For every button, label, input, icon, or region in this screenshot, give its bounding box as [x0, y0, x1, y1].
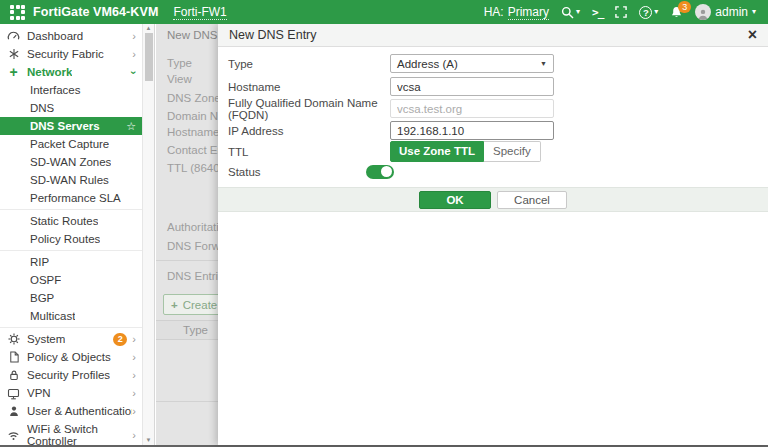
new-dns-entry-modal: New DNS Entry × Type Address (A) ▼ Hostn… [218, 24, 768, 445]
sidebar-item-security-fabric[interactable]: Security Fabric › [0, 45, 142, 63]
sidebar-item-vpn[interactable]: VPN › [0, 384, 142, 402]
ip-address-input[interactable] [390, 121, 554, 140]
ok-button[interactable]: OK [419, 191, 491, 209]
sidebar-item-system[interactable]: System 2 › [0, 330, 142, 348]
hostname-link[interactable]: Forti-FW1 [173, 5, 226, 20]
use-zone-ttl-button[interactable]: Use Zone TTL [390, 141, 484, 163]
network-plus-icon: + [7, 64, 20, 80]
sidebar-item-policy-objects[interactable]: Policy & Objects › [0, 348, 142, 366]
sidebar-item-label: Policy & Objects [27, 351, 111, 363]
wifi-icon [7, 429, 20, 442]
toggle-knob [381, 166, 392, 177]
sidebar-item-label: BGP [30, 292, 54, 304]
status-label: Status [228, 166, 366, 178]
sidebar-item-label: WiFi & Switch Controller [27, 423, 113, 447]
sidebar-item-user-authentication[interactable]: User & Authentication › [0, 402, 142, 420]
ha-status[interactable]: HA: Primary [484, 5, 549, 20]
sidebar-item-dns[interactable]: DNS [0, 99, 142, 117]
person-icon [7, 405, 20, 417]
product-title: FortiGate VM64-KVM [33, 5, 158, 19]
ttl-row: TTL Use Zone TTL Specify [228, 142, 754, 161]
sidebar-item-static-routes[interactable]: Static Routes [0, 212, 142, 230]
bg-label-view: View [167, 73, 192, 85]
sidebar-item-multicast[interactable]: Multicast [0, 307, 142, 325]
sidebar-item-label: Multicast [30, 310, 75, 322]
sidebar-item-dashboard[interactable]: Dashboard › [0, 27, 142, 45]
sidebar-item-bgp[interactable]: BGP [0, 289, 142, 307]
divider [0, 250, 142, 251]
cancel-button[interactable]: Cancel [497, 191, 567, 209]
sidebar-item-packet-capture[interactable]: Packet Capture [0, 135, 142, 153]
sidebar-item-policy-routes[interactable]: Policy Routes [0, 230, 142, 248]
chevron-right-icon: › [132, 430, 136, 441]
notification-count-badge: 3 [678, 1, 691, 13]
sidebar-item-label: System [27, 333, 65, 345]
sidebar-item-interfaces[interactable]: Interfaces [0, 81, 142, 99]
sidebar-item-rip[interactable]: RIP [0, 253, 142, 271]
sidebar-item-label: Security Fabric [27, 48, 104, 60]
top-navbar: FortiGate VM64-KVM Forti-FW1 HA: Primary… [0, 0, 768, 24]
caret-down-icon: ▾ [576, 8, 580, 16]
bg-label-contact-email: Contact Email [167, 144, 218, 156]
document-icon [7, 351, 20, 363]
status-toggle[interactable] [366, 165, 394, 179]
modal-title: New DNS Entry [229, 28, 317, 42]
topbar-actions: HA: Primary ▾ >_ ? ▾ 3 admin ▾ [484, 4, 768, 20]
hostname-label: Hostname [228, 81, 390, 93]
sidebar-item-label: Performance SLA [30, 192, 121, 204]
caret-down-icon: ▾ [752, 8, 756, 16]
sidebar-item-label: RIP [30, 256, 49, 268]
fqdn-row: Fully Qualified Domain Name (FQDN) [228, 99, 754, 118]
chevron-right-icon: › [132, 49, 136, 60]
divider [0, 327, 142, 328]
scroll-up-icon[interactable]: ▲ [143, 25, 154, 31]
sidebar-item-label: SD-WAN Rules [30, 174, 109, 186]
bg-label-type: Type [167, 57, 192, 69]
scrollbar-thumb[interactable] [145, 33, 153, 81]
sidebar-item-sdwan-rules[interactable]: SD-WAN Rules [0, 171, 142, 189]
ip-address-row: IP Address [228, 121, 754, 140]
search-button[interactable]: ▾ [561, 6, 580, 19]
sidebar-item-performance-sla[interactable]: Performance SLA [0, 189, 142, 207]
create-new-button[interactable]: + Create Ne [163, 294, 218, 315]
close-icon[interactable]: × [748, 27, 757, 43]
dns-entries-table-header: Type [156, 320, 218, 340]
help-button[interactable]: ? ▾ [639, 6, 658, 19]
sidebar-item-wifi-switch-controller[interactable]: WiFi & Switch Controller › [0, 420, 142, 447]
user-icon [697, 8, 709, 20]
fortinet-logo-icon [10, 5, 25, 20]
sidebar-item-security-profiles[interactable]: Security Profiles › [0, 366, 142, 384]
sidebar-item-ospf[interactable]: OSPF [0, 271, 142, 289]
sidebar-item-dns-servers[interactable]: DNS Servers ☆ [0, 117, 142, 135]
sidebar-item-label: DNS Servers [30, 120, 100, 132]
fqdn-label: Fully Qualified Domain Name (FQDN) [228, 97, 390, 121]
fullscreen-button[interactable] [615, 6, 627, 18]
chevron-down-icon: › [129, 70, 140, 74]
lock-icon [7, 369, 20, 381]
sidebar-item-label: Policy Routes [30, 233, 100, 245]
sidebar-item-label: User & Authentication [27, 405, 132, 417]
divider [0, 209, 142, 210]
sidebar-item-network[interactable]: + Network › [0, 63, 142, 81]
sidebar-item-label: VPN [27, 387, 51, 399]
ttl-segmented-control: Use Zone TTL Specify [390, 141, 541, 163]
type-dropdown[interactable]: Address (A) ▼ [390, 54, 554, 73]
user-menu[interactable]: admin ▾ [695, 4, 756, 20]
sidebar-item-label: Packet Capture [30, 138, 109, 150]
bg-label-authoritative: Authoritative [167, 221, 218, 233]
gauge-icon [7, 30, 20, 43]
hostname-input[interactable] [390, 77, 554, 96]
bg-label-ttl: TTL (86400 sec [167, 162, 218, 174]
sidebar-item-sdwan-zones[interactable]: SD-WAN Zones [0, 153, 142, 171]
specify-ttl-button[interactable]: Specify [484, 141, 541, 163]
chevron-right-icon: › [132, 388, 136, 399]
favorite-star-icon[interactable]: ☆ [126, 120, 136, 133]
cli-console-button[interactable]: >_ [592, 6, 603, 19]
scroll-down-icon[interactable]: ▼ [143, 437, 154, 443]
system-alert-badge: 2 [113, 333, 127, 346]
sidebar-scrollbar[interactable]: ▲ ▼ [142, 24, 155, 445]
notifications-button[interactable]: 3 [670, 6, 683, 19]
bg-label-hostname: Hostname of P [167, 126, 218, 138]
chevron-right-icon: › [132, 370, 136, 381]
sidebar-item-label: Dashboard [27, 30, 83, 42]
